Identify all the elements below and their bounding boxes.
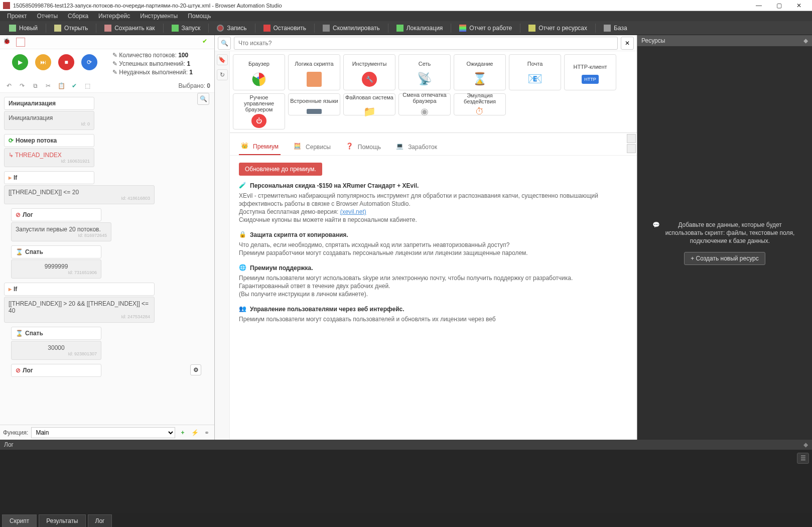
tab-services[interactable]: 🧮Сервисы: [292, 139, 333, 155]
open-button[interactable]: Открыть: [48, 23, 94, 33]
search-input[interactable]: [234, 37, 618, 50]
redo-icon[interactable]: ↷: [17, 81, 27, 91]
block-sleep-1[interactable]: ⌛Спать: [11, 245, 101, 258]
block-if-2[interactable]: ▸If: [4, 283, 155, 296]
tab-earn[interactable]: 💻Заработок: [394, 139, 439, 155]
record-label: Запись: [227, 25, 246, 32]
undo-icon[interactable]: ↶: [4, 81, 14, 91]
log-title: Лог: [4, 441, 14, 448]
stop-button[interactable]: Остановить: [257, 23, 313, 33]
step-button[interactable]: ⏭: [35, 54, 51, 70]
hourglass-icon: ⌛: [472, 72, 487, 87]
xevil-link[interactable]: (xevil.net): [340, 208, 366, 215]
block-if-1-body[interactable]: [[THREAD_INDEX]] <= 20Id: 418616803: [4, 185, 155, 204]
function-select[interactable]: Main: [31, 427, 175, 438]
settings-icon[interactable]: [627, 144, 636, 153]
log-body[interactable]: ☰: [0, 450, 812, 513]
function-row: Функция: Main + ⚡ ⚭: [0, 425, 214, 440]
block-log-1-body[interactable]: Запустили первые 20 потоков.Id: 81697264…: [11, 222, 111, 241]
upgrade-button[interactable]: Обновление до премиум.: [239, 163, 322, 176]
tile-fingerprint[interactable]: Смена отпечатка браузера◉: [398, 93, 451, 115]
menu-project[interactable]: Проект: [2, 12, 32, 21]
reload-button[interactable]: ⟳: [81, 54, 97, 70]
block-if-1[interactable]: ▸If: [4, 171, 94, 184]
tab-premium[interactable]: 👑Премиум: [239, 139, 281, 155]
speech-icon: 💬: [652, 221, 660, 245]
search-clear-button[interactable]: ✕: [621, 37, 634, 50]
database-button[interactable]: База: [598, 23, 633, 33]
stop-run-button[interactable]: ■: [58, 54, 74, 70]
resources-collapse-icon[interactable]: ◆: [803, 37, 808, 44]
select-all-icon[interactable]: ⬚: [82, 81, 92, 91]
saveas-label: Сохранить как: [114, 25, 155, 32]
block-if-2-body[interactable]: [[THREAD_INDEX]] > 20 && [[THREAD_INDEX]…: [4, 297, 155, 323]
menu-build[interactable]: Сборка: [63, 12, 93, 21]
lightning-icon[interactable]: ⚡: [190, 428, 199, 437]
tile-manual[interactable]: Ручное управление браузером⏻: [233, 93, 285, 129]
tile-wait[interactable]: Ожидание⌛: [454, 54, 506, 90]
record-button[interactable]: Запись: [211, 23, 252, 33]
tile-browser[interactable]: Браузер: [233, 54, 285, 90]
block-thread-index[interactable]: ⟳Номер потока: [4, 134, 94, 147]
validate-icon[interactable]: ✔: [202, 38, 211, 47]
close-button[interactable]: ✕: [789, 2, 809, 9]
bug-icon[interactable]: 🐞: [3, 38, 12, 47]
report-work-button[interactable]: Отчет о работе: [453, 23, 518, 33]
add-function-button[interactable]: +: [178, 428, 187, 437]
tile-http[interactable]: HTTP-клиентHTTP: [564, 54, 616, 90]
compile-button[interactable]: Скомпилировать: [317, 23, 386, 33]
selected-text: Выбрано: 0: [178, 82, 210, 89]
localize-button[interactable]: Локализация: [390, 23, 449, 33]
flask-icon: 🧪: [239, 182, 247, 190]
tab-help[interactable]: ❓Помощь: [344, 139, 383, 155]
menu-interface[interactable]: Интерфейс: [93, 12, 135, 21]
db-label: База: [614, 25, 627, 32]
tile-network[interactable]: Сеть📡: [398, 54, 451, 90]
tile-langs[interactable]: Встроенные языки: [288, 93, 340, 115]
block-sleep-2-body[interactable]: 30000Id: 923801307: [11, 341, 101, 360]
history-icon[interactable]: ↻: [217, 69, 228, 80]
expand-icon[interactable]: [627, 134, 636, 143]
tile-fs[interactable]: Файловая система📁: [343, 93, 395, 115]
log-menu-button[interactable]: ☰: [797, 453, 809, 464]
tab-results[interactable]: Результаты: [39, 514, 85, 527]
new-button[interactable]: Новый: [3, 23, 44, 33]
check-icon[interactable]: ✔: [69, 81, 79, 91]
block-thread-index-body[interactable]: ↳ THREAD_INDEXId: 160631921: [4, 148, 94, 167]
log-collapse-icon[interactable]: ◆: [803, 441, 808, 448]
copy-icon[interactable]: ⧉: [30, 81, 40, 91]
play-button[interactable]: ▶: [12, 54, 28, 70]
script-search-button[interactable]: 🔍: [197, 93, 209, 105]
block-init-body[interactable]: ИнициализацияId: 0: [4, 111, 94, 130]
block-sleep-2[interactable]: ⌛Спать: [11, 327, 101, 340]
menu-tools[interactable]: Инструменты: [135, 12, 183, 21]
block-init[interactable]: Инициализация: [4, 97, 94, 110]
menu-reports[interactable]: Отчеты: [32, 12, 63, 21]
run-button[interactable]: Запуск: [166, 23, 207, 33]
saveas-button[interactable]: Сохранить как: [98, 23, 161, 33]
menu-help[interactable]: Помощь: [183, 12, 216, 21]
tile-tools[interactable]: Инструменты🔧: [343, 54, 395, 90]
tile-idle[interactable]: Эмуляция бездействия⏱: [454, 93, 506, 115]
report-res-button[interactable]: Отчет о ресурсах: [522, 23, 593, 33]
tab-log[interactable]: Лог: [88, 514, 112, 527]
bookmark-icon[interactable]: 🔖: [217, 54, 228, 65]
create-resource-button[interactable]: + Создать новый ресурс: [684, 252, 765, 265]
maximize-button[interactable]: ▢: [769, 2, 789, 9]
doc-icon[interactable]: [16, 38, 25, 47]
search-icon[interactable]: 🔍: [218, 37, 231, 50]
chrome-icon: [251, 72, 266, 87]
tab-script[interactable]: Скрипт: [2, 514, 37, 527]
gear-icon[interactable]: ⚙: [190, 364, 201, 375]
tile-logic[interactable]: Логика скрипта: [288, 54, 340, 90]
minimize-button[interactable]: —: [749, 2, 769, 9]
block-log-1[interactable]: ⊘Лог: [11, 208, 101, 221]
block-log-2[interactable]: ⊘Лог ⚙: [11, 364, 101, 377]
link-icon[interactable]: ⚭: [202, 428, 211, 437]
paste-icon[interactable]: 📋: [56, 81, 66, 91]
report-res-label: Отчет о ресурсах: [538, 25, 587, 32]
tile-mail[interactable]: Почта📧: [509, 54, 561, 90]
block-sleep-1-body[interactable]: 9999999Id: 731651906: [11, 259, 101, 279]
script-area[interactable]: 🔍 Инициализация ИнициализацияId: 0 ⟳Номе…: [0, 93, 214, 425]
cut-icon[interactable]: ✂: [43, 81, 53, 91]
